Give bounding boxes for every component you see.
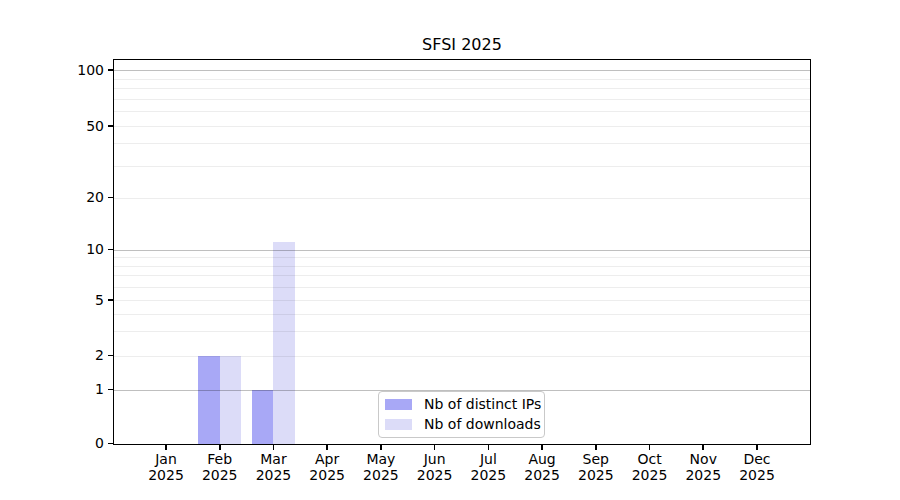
legend-entry-downloads: Nb of downloads <box>385 416 538 433</box>
y-tick-mark <box>108 355 113 357</box>
x-tick-label-month: Apr <box>297 452 357 468</box>
x-tick-mark <box>702 445 704 450</box>
bar-downloads-mar <box>273 242 295 445</box>
x-tick-label-month: Feb <box>190 452 250 468</box>
minor-gridline <box>113 126 811 127</box>
bar-distinct-ips-mar <box>252 390 274 446</box>
y-tick-label: 1 <box>0 382 104 397</box>
minor-gridline <box>113 79 811 80</box>
x-tick-mark <box>649 445 651 450</box>
x-tick-label-year: 2025 <box>566 468 626 484</box>
y-tick-label: 20 <box>0 190 104 205</box>
x-tick-label-year: 2025 <box>190 468 250 484</box>
x-tick-label-month: Jan <box>136 452 196 468</box>
x-tick-label-month: Jun <box>405 452 465 468</box>
minor-gridline <box>113 356 811 357</box>
x-tick-label-year: 2025 <box>620 468 680 484</box>
x-tick-label-year: 2025 <box>243 468 303 484</box>
x-tick-label-year: 2025 <box>405 468 465 484</box>
y-tick-mark <box>108 389 113 391</box>
major-gridline <box>113 70 811 71</box>
x-tick-mark <box>326 445 328 450</box>
x-tick-label: Jun2025 <box>405 452 465 483</box>
x-tick-mark <box>273 445 275 450</box>
x-tick-mark <box>488 445 490 450</box>
x-tick-label-year: 2025 <box>136 468 196 484</box>
y-tick-label: 0 <box>0 436 104 451</box>
legend: Nb of distinct IPs Nb of downloads <box>378 391 545 438</box>
y-tick-mark <box>108 69 113 71</box>
x-tick-mark <box>756 445 758 450</box>
x-tick-label-month: Mar <box>243 452 303 468</box>
minor-gridline <box>113 166 811 167</box>
x-tick-label: Nov2025 <box>673 452 733 483</box>
x-tick-label: Sep2025 <box>566 452 626 483</box>
x-tick-label: Feb2025 <box>190 452 250 483</box>
chart-title: SFSI 2025 <box>113 35 811 54</box>
x-tick-label-month: Oct <box>620 452 680 468</box>
minor-gridline <box>113 300 811 301</box>
legend-label-distinct-ips: Nb of distinct IPs <box>424 396 541 413</box>
legend-label-downloads: Nb of downloads <box>424 416 541 433</box>
x-tick-mark <box>434 445 436 450</box>
x-tick-label-month: Sep <box>566 452 626 468</box>
y-tick-mark <box>108 249 113 251</box>
chart-figure: SFSI 2025 Nb of distinct IPs Nb of downl… <box>0 0 900 500</box>
minor-gridline <box>113 331 811 332</box>
y-tick-label: 50 <box>0 119 104 134</box>
minor-gridline <box>113 266 811 267</box>
y-tick-label: 10 <box>0 242 104 257</box>
x-tick-mark <box>595 445 597 450</box>
legend-swatch-distinct-ips <box>385 399 412 410</box>
minor-gridline <box>113 143 811 144</box>
x-tick-label-year: 2025 <box>458 468 518 484</box>
x-tick-label-month: May <box>351 452 411 468</box>
minor-gridline <box>113 287 811 288</box>
x-tick-mark <box>219 445 221 450</box>
x-tick-label: Aug2025 <box>512 452 572 483</box>
bar-distinct-ips-feb <box>198 356 220 446</box>
y-tick-label: 2 <box>0 348 104 363</box>
x-tick-mark <box>380 445 382 450</box>
plot-area <box>113 59 811 445</box>
x-tick-label-year: 2025 <box>351 468 411 484</box>
y-tick-label: 5 <box>0 293 104 308</box>
x-tick-label-month: Nov <box>673 452 733 468</box>
x-tick-label: Mar2025 <box>243 452 303 483</box>
bar-downloads-feb <box>220 356 242 446</box>
x-tick-mark <box>541 445 543 450</box>
y-tick-mark <box>108 299 113 301</box>
legend-swatch-downloads <box>385 419 412 430</box>
x-tick-label: Dec2025 <box>727 452 787 483</box>
x-tick-label: Jul2025 <box>458 452 518 483</box>
x-tick-label: Apr2025 <box>297 452 357 483</box>
x-tick-label-year: 2025 <box>512 468 572 484</box>
x-tick-label: Oct2025 <box>620 452 680 483</box>
x-tick-label: May2025 <box>351 452 411 483</box>
y-tick-label: 100 <box>0 63 104 78</box>
minor-gridline <box>113 111 811 112</box>
minor-gridline <box>113 314 811 315</box>
y-tick-mark <box>108 197 113 199</box>
x-tick-mark <box>165 445 167 450</box>
x-tick-label-year: 2025 <box>673 468 733 484</box>
x-tick-label-year: 2025 <box>727 468 787 484</box>
x-tick-label-year: 2025 <box>297 468 357 484</box>
x-tick-label-month: Jul <box>458 452 518 468</box>
minor-gridline <box>113 275 811 276</box>
x-tick-label-month: Dec <box>727 452 787 468</box>
major-gridline <box>113 250 811 251</box>
x-tick-label-month: Aug <box>512 452 572 468</box>
y-tick-mark <box>108 125 113 127</box>
minor-gridline <box>113 99 811 100</box>
minor-gridline <box>113 257 811 258</box>
y-tick-mark <box>108 443 113 445</box>
minor-gridline <box>113 88 811 89</box>
minor-gridline <box>113 198 811 199</box>
x-tick-label: Jan2025 <box>136 452 196 483</box>
legend-entry-distinct-ips: Nb of distinct IPs <box>385 396 538 413</box>
